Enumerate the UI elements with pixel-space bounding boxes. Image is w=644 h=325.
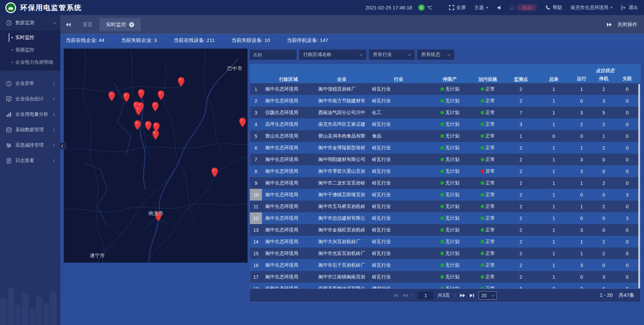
tabs-scroll-left-button[interactable] <box>60 22 76 27</box>
sidebar-subitem[interactable]: 企业电力负荷明细 <box>0 56 60 68</box>
sidebar-subitem[interactable]: 实时监控 <box>0 31 60 44</box>
tab-home[interactable]: 首页 <box>76 18 99 31</box>
sidebar-item-4[interactable]: 基础数据管理 <box>0 122 60 138</box>
table-row[interactable]: 17阆中生态环境局阆中市江南镇阆南页岩砖瓦行业无计划正常21030 <box>250 271 640 283</box>
table-row[interactable]: 10阆中生态环境局阆中千佛镇五郎垭页岩砖瓦行业无计划正常21003 <box>250 189 640 201</box>
table-row[interactable]: 9阆中生态环境局阆中市二龙长宝页岩砖砖瓦行业无计划正常21120 <box>250 177 640 189</box>
industry-filter-select[interactable]: 所有行业 <box>369 50 415 60</box>
map-pin-icon[interactable] <box>145 121 152 132</box>
region-filter-select[interactable]: 行政区域名称 <box>299 50 366 60</box>
cell-facility-status: 正常 <box>471 83 504 95</box>
cell-run: 0 <box>570 212 593 224</box>
map-pin-icon[interactable] <box>211 167 218 179</box>
logout-button[interactable]: 退出 <box>621 5 638 11</box>
sidebar: 数据监测实时监控视频监控企业电力负荷明细企业异常企业综合统计企业用电量分析基础数… <box>0 15 60 325</box>
sidebar-item-6[interactable]: 日志查看 <box>0 153 60 168</box>
page-number-input[interactable] <box>418 291 433 300</box>
cell-lost: 0 <box>614 201 640 212</box>
table-row[interactable]: 13阆中生态环境局阆中市金福旺页岩机砖砖瓦行业无计划正常21300 <box>250 224 640 236</box>
map-pin-icon[interactable] <box>138 89 145 100</box>
table-row[interactable]: 8阆中生态环境局阆中市枣碧大梁山页岩砖瓦行业无计划异常21300 <box>250 165 640 177</box>
tab-close-icon[interactable]: ✕ <box>129 22 134 27</box>
sidebar-item-2[interactable]: 企业综合统计 <box>0 91 60 107</box>
cell-run: 3 <box>570 154 593 165</box>
theme-dropdown[interactable]: 主题▾ <box>475 5 488 11</box>
status-dot-icon <box>481 181 484 185</box>
cell-stop: 5 <box>593 107 614 118</box>
sidebar-subitem[interactable]: 视频监控 <box>0 44 60 56</box>
cell-run: 2 <box>570 118 593 130</box>
table-row[interactable]: 6阆中生态环境局阆中市金博瑞新型墙材砖瓦行业无计划正常21120 <box>250 142 640 154</box>
map-pin-icon[interactable] <box>123 92 130 104</box>
sliders-icon <box>6 143 12 148</box>
last-page-button[interactable] <box>470 293 474 297</box>
cell-meters: 1 <box>538 165 570 177</box>
table-row[interactable]: 15阆中生态环境局阆中市光富页岩机砖厂砖瓦行业无计划正常21120 <box>250 248 640 259</box>
table-row[interactable]: 7阆中生态环境局阆中明阳建材有限公司砖瓦行业无计划正常21300 <box>250 154 640 165</box>
table-row[interactable]: 2阆中生态环境局阆中市南方节能建材有砖瓦行业无计划正常21030 <box>250 95 640 107</box>
map-pin-icon[interactable] <box>152 130 159 141</box>
cell-company: 营山县润丰肉食品有限 <box>315 130 369 142</box>
cell-stop: 2 <box>593 201 614 212</box>
map-collapse-button[interactable] <box>59 142 66 150</box>
map-pin-icon[interactable] <box>134 120 141 131</box>
prev-page-button[interactable] <box>402 293 408 297</box>
table-row[interactable]: 3仪陇生态环境局西南油气田分公司川中化工无计划正常71350 <box>250 107 640 118</box>
name-filter-input[interactable] <box>250 50 297 60</box>
cell-points: 2 <box>504 212 538 224</box>
table-row[interactable]: 18南部生态环境局南部县新华水泥有限公建材行业无计划正常60060 <box>250 283 640 288</box>
cell-company: 阆中市南方节能建材有 <box>315 95 369 107</box>
datetime: 2021-02-25 17:46:18 <box>366 5 412 10</box>
map-pin-icon[interactable] <box>108 91 115 103</box>
map-pin-icon[interactable] <box>157 90 165 102</box>
map-pin-icon[interactable] <box>177 77 185 88</box>
table-row[interactable]: 16阆中生态环境局阆中市石子页岩机砖厂砖瓦行业无计划正常21300 <box>250 259 640 271</box>
table-scrollbar[interactable] <box>638 84 640 288</box>
tabs-scroll-right-button[interactable] <box>607 22 612 27</box>
mute-button[interactable] <box>497 6 501 10</box>
city-skyline-decoration <box>0 275 60 325</box>
cell-meters: 1 <box>538 142 570 154</box>
sidebar-item-3[interactable]: 企业用电量分析 <box>0 107 60 122</box>
table-row[interactable]: 11阆中生态环境局阆中市五马桥页岩机砖砖瓦行业无计划正常21120 <box>250 201 640 212</box>
table-row[interactable]: 5营山生态环境局营山县润丰肉食品有限食品无计划正常10010 <box>250 130 640 142</box>
table-row[interactable]: 14阆中生态环境局阆中大兴页岩机砖厂砖瓦行业无计划正常21120 <box>250 236 640 248</box>
sidebar-item-0[interactable]: 数据监测 <box>0 15 60 31</box>
cell-limit-status: 无计划 <box>428 236 471 248</box>
sidebar-item-1[interactable]: 企业异常 <box>0 76 60 91</box>
table-body-viewport: 1阆中生态环境局阆中强锐页岩砖厂砖瓦行业无计划正常211202阆中生态环境局阆中… <box>250 83 640 288</box>
status-dot-icon <box>481 169 484 173</box>
table-row[interactable]: 12阆中生态环境局阆中市忠信建材有限公砖瓦行业无计划正常21003 <box>250 212 640 224</box>
page-size-select[interactable]: 20 <box>479 291 497 300</box>
user-dropdown[interactable]: 南充市生态环境局▾ <box>571 5 612 11</box>
map-roads <box>64 49 248 263</box>
map-pin-icon[interactable] <box>135 106 142 117</box>
sidebar-item-5[interactable]: 应急减排管理 <box>0 138 60 153</box>
cell-meters: 1 <box>538 95 570 107</box>
close-operations-button[interactable]: 关闭操作 <box>617 21 637 28</box>
next-page-button[interactable] <box>460 293 465 297</box>
first-page-button[interactable] <box>393 293 398 297</box>
table-row[interactable]: 4高坪生态环境局南充市高坪区王家店建砖瓦行业无计划正常31220 <box>250 118 640 130</box>
col-point-status-group: 点位状态 <box>570 64 640 74</box>
cell-limit-status: 无计划 <box>428 118 471 130</box>
col-region: 行政区域 <box>262 64 315 83</box>
cell-company: 阆中市枣碧大梁山页岩 <box>315 165 369 177</box>
cell-limit-status: 无计划 <box>428 107 471 118</box>
map-panel[interactable]: 巴中市南充市遂宁市 <box>64 49 248 263</box>
notifications[interactable]: 2632 <box>509 4 537 11</box>
cell-limit-status: 无计划 <box>428 130 471 142</box>
map-pin-icon[interactable] <box>152 102 159 113</box>
status-dot-icon <box>481 228 484 232</box>
cell-points: 2 <box>504 189 538 201</box>
status-filter-select[interactable]: 所有状态 <box>417 50 454 60</box>
col-run: 运行 <box>570 74 593 83</box>
table-row[interactable]: 1阆中生态环境局阆中强锐页岩砖厂砖瓦行业无计划正常21120 <box>250 83 640 95</box>
row-index: 12 <box>250 212 262 224</box>
cell-run: 1 <box>570 248 593 259</box>
fullscreen-button[interactable]: 全屏 <box>449 5 466 11</box>
map-pin-icon[interactable] <box>239 117 246 129</box>
help-button[interactable]: 帮助 <box>546 5 562 11</box>
cell-company: 阆中大兴页岩机砖厂 <box>315 236 369 248</box>
tab-realtime-monitor[interactable]: 实时监控 ✕ <box>99 18 141 31</box>
